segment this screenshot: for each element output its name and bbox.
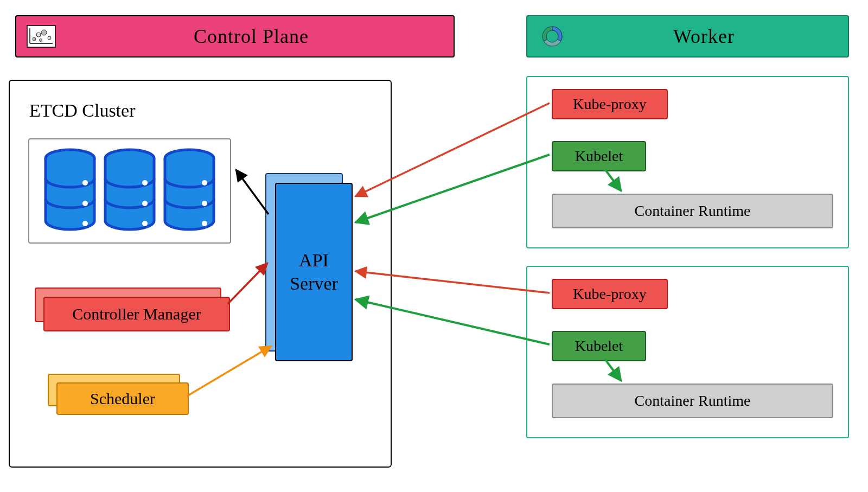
- panel-worker-1: Kube-proxy Kubelet Container Runtime: [526, 76, 849, 248]
- svg-point-15: [142, 221, 148, 226]
- etcd-databases-icon: [29, 139, 230, 242]
- kubelet-1: Kubelet: [552, 141, 646, 171]
- svg-point-19: [202, 221, 207, 226]
- etcd-cluster-label: ETCD Cluster: [29, 100, 135, 121]
- kube-proxy-1-label: Kube-proxy: [573, 95, 646, 113]
- kubelet-2-label: Kubelet: [575, 337, 623, 355]
- svg-point-14: [142, 201, 148, 206]
- api-server-label-1: API: [290, 249, 338, 272]
- controller-manager: Controller Manager: [43, 297, 230, 331]
- etcd-cluster-container: [28, 138, 231, 244]
- header-control-plane-title: Control Plane: [58, 25, 445, 48]
- diagram-root: Control Plane Worker ETCD Cluster: [0, 0, 868, 492]
- container-runtime-2-label: Container Runtime: [635, 392, 751, 410]
- container-runtime-2: Container Runtime: [552, 384, 833, 418]
- svg-point-4: [36, 33, 41, 37]
- kube-proxy-1: Kube-proxy: [552, 89, 668, 119]
- svg-point-5: [41, 30, 47, 35]
- svg-rect-0: [27, 25, 55, 47]
- panel-worker-2: Kube-proxy Kubelet Container Runtime: [526, 266, 849, 438]
- container-runtime-1: Container Runtime: [552, 194, 833, 228]
- svg-point-13: [142, 180, 148, 186]
- svg-point-3: [33, 37, 36, 41]
- svg-point-10: [82, 201, 88, 206]
- svg-point-17: [202, 180, 207, 186]
- scheduler-label: Scheduler: [90, 389, 155, 408]
- svg-point-11: [82, 221, 88, 226]
- api-server: API Server: [275, 183, 353, 361]
- svg-point-6: [48, 36, 51, 40]
- svg-point-9: [82, 180, 88, 186]
- kubelet-2: Kubelet: [552, 331, 646, 361]
- svg-point-18: [202, 201, 207, 206]
- controller-manager-label: Controller Manager: [72, 305, 201, 323]
- kubelet-1-label: Kubelet: [575, 148, 623, 165]
- chart-icon: [25, 23, 58, 49]
- header-worker: Worker: [526, 15, 849, 57]
- svg-point-7: [40, 39, 42, 42]
- panel-control-plane: ETCD Cluster: [9, 80, 392, 468]
- ring-icon: [536, 23, 569, 49]
- header-worker-title: Worker: [569, 25, 839, 48]
- kube-proxy-2: Kube-proxy: [552, 279, 668, 309]
- api-server-label-2: Server: [290, 272, 338, 296]
- header-control-plane: Control Plane: [15, 15, 455, 57]
- scheduler: Scheduler: [56, 382, 189, 415]
- kube-proxy-2-label: Kube-proxy: [573, 285, 646, 303]
- container-runtime-1-label: Container Runtime: [635, 202, 751, 220]
